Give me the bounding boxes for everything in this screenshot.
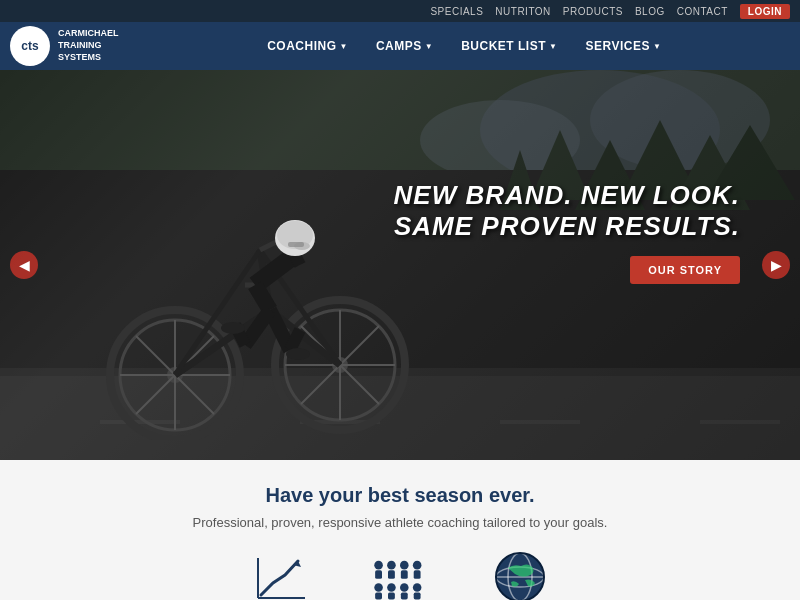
chevron-down-icon: ▼ — [340, 42, 348, 51]
stat-item-2: OUR — [370, 550, 430, 600]
svg-line-29 — [340, 326, 379, 365]
svg-rect-16 — [700, 420, 780, 424]
svg-rect-78 — [401, 592, 408, 599]
svg-rect-70 — [401, 570, 408, 579]
hero-section: NEW BRAND. NEW LOOK. SAME PROVEN RESULTS… — [0, 70, 800, 460]
svg-point-79 — [413, 583, 422, 592]
svg-rect-76 — [388, 592, 395, 599]
svg-line-55 — [295, 255, 300, 265]
slider-next-button[interactable]: ▶ — [762, 251, 790, 279]
chevron-down-icon: ▼ — [653, 42, 661, 51]
main-nav: cts CARMICHAEL TRAINING SYSTEMS COACHING… — [0, 22, 800, 70]
svg-line-28 — [340, 365, 379, 404]
nutriton-link[interactable]: NUTRITON — [495, 6, 550, 17]
svg-point-69 — [400, 560, 409, 569]
svg-point-75 — [387, 583, 396, 592]
people-icon — [370, 550, 430, 600]
nav-services[interactable]: SERVICES ▼ — [573, 33, 673, 59]
svg-point-61 — [221, 322, 245, 334]
logo-icon: cts — [10, 26, 50, 66]
content-section: Have your best season ever. Professional… — [0, 460, 800, 600]
svg-rect-68 — [388, 570, 395, 579]
svg-line-30 — [301, 365, 340, 404]
svg-rect-74 — [375, 592, 382, 599]
svg-line-38 — [136, 375, 175, 414]
contact-link[interactable]: CONTACT — [677, 6, 728, 17]
svg-point-77 — [400, 583, 409, 592]
cyclist-figure — [30, 110, 430, 440]
logo[interactable]: cts CARMICHAEL TRAINING SYSTEMS — [10, 26, 119, 66]
svg-line-52 — [290, 330, 300, 350]
svg-point-60 — [286, 348, 310, 360]
svg-point-71 — [413, 560, 422, 569]
globe-icon — [490, 550, 550, 600]
slider-prev-button[interactable]: ◀ — [10, 251, 38, 279]
login-button[interactable]: LOGIN — [740, 4, 790, 19]
hero-title-line2: SAME PROVEN RESULTS. — [394, 211, 740, 242]
stat-item-1: OUR — [250, 550, 310, 600]
nav-coaching[interactable]: COACHING ▼ — [255, 33, 360, 59]
svg-rect-66 — [375, 570, 382, 579]
stats-row: OUR — [20, 550, 780, 600]
section-heading: Have your best season ever. — [20, 484, 780, 507]
blog-link[interactable]: BLOG — [635, 6, 665, 17]
svg-point-67 — [387, 560, 396, 569]
our-story-button[interactable]: OUR STORY — [630, 256, 740, 284]
svg-line-35 — [136, 336, 175, 375]
nav-camps[interactable]: CAMPS ▼ — [364, 33, 445, 59]
hero-title-line1: NEW BRAND. NEW LOOK. — [394, 180, 740, 211]
svg-rect-15 — [500, 420, 580, 424]
svg-point-65 — [374, 560, 383, 569]
stat-item-3: OUR — [490, 550, 550, 600]
svg-rect-80 — [414, 592, 421, 599]
specials-link[interactable]: SPECIALS — [430, 6, 483, 17]
hero-text-block: NEW BRAND. NEW LOOK. SAME PROVEN RESULTS… — [394, 180, 740, 284]
svg-rect-72 — [414, 570, 421, 579]
section-subtext: Professional, proven, responsive athlete… — [20, 515, 780, 530]
chevron-down-icon: ▼ — [549, 42, 557, 51]
chart-icon — [250, 550, 310, 600]
products-link[interactable]: PRODUCTS — [563, 6, 623, 17]
nav-bucket-list[interactable]: BUCKET LIST ▼ — [449, 33, 569, 59]
svg-line-36 — [175, 375, 214, 414]
chevron-down-icon: ▼ — [425, 42, 433, 51]
logo-text: CARMICHAEL TRAINING SYSTEMS — [58, 28, 119, 63]
top-bar: SPECIALS NUTRITON PRODUCTS BLOG CONTACT … — [0, 0, 800, 22]
nav-items: COACHING ▼ CAMPS ▼ BUCKET LIST ▼ SERVICE… — [139, 33, 791, 59]
svg-point-73 — [374, 583, 383, 592]
svg-rect-59 — [288, 242, 304, 247]
